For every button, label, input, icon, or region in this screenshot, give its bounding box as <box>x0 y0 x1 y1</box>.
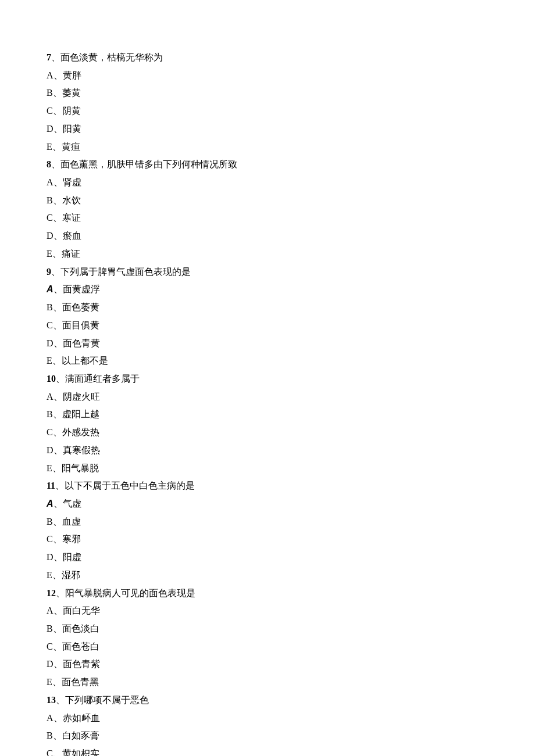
option-letter: B <box>47 302 53 312</box>
option-line: D、阳黄 <box>47 120 488 138</box>
question-number: 7 <box>47 52 51 62</box>
option-line: E、阳气暴脱 <box>47 460 488 478</box>
question-number: 9 <box>47 267 51 277</box>
option-letter: D <box>47 552 54 562</box>
option-letter: A <box>47 70 54 80</box>
option-letter: D <box>47 231 54 241</box>
option-line: C、寒证 <box>47 209 488 227</box>
option-letter: D <box>47 338 54 348</box>
option-letter: E <box>47 570 52 580</box>
option-line: E、黄疸 <box>47 138 488 156</box>
option-text: 、萎黄 <box>53 88 81 98</box>
option-line: C、面色苍白 <box>47 638 488 656</box>
question-stem: 9、下列属于脾胃气虚面色表现的是 <box>47 263 488 281</box>
option-text: 、阳虚 <box>54 552 81 562</box>
option-letter: A <box>47 284 54 294</box>
question-text: 、以下不属于五色中白色主病的是 <box>55 481 195 490</box>
option-text: 、肾虚 <box>54 177 81 187</box>
option-text: 、黄胖 <box>54 70 81 80</box>
option-text: 、痛证 <box>52 249 80 259</box>
option-letter: C <box>47 320 53 330</box>
option-line: A、肾虚 <box>47 174 488 192</box>
option-text: 、面色青黄 <box>54 338 100 348</box>
question-number: 8 <box>47 159 51 169</box>
option-letter: C <box>47 427 53 437</box>
option-line: B、血虚 <box>47 513 488 531</box>
option-letter: D <box>47 445 54 455</box>
option-text: 、面白无华 <box>54 605 100 615</box>
option-line: C、外感发热 <box>47 424 488 442</box>
option-text: 、以上都不是 <box>52 356 108 366</box>
option-line: B、水饮 <box>47 192 488 210</box>
option-text: 、湿邪 <box>52 570 80 580</box>
option-letter: A <box>47 177 54 187</box>
option-text: 、面色淡白 <box>53 624 99 633</box>
option-text: 、外感发热 <box>53 427 99 437</box>
question-number: 13 <box>47 695 56 705</box>
option-text: 、寒证 <box>53 213 81 223</box>
question-text: 、面色薰黑，肌肤甲错多由下列何种情况所致 <box>51 159 237 169</box>
option-letter: E <box>47 142 52 152</box>
option-line: E、面色青黑 <box>47 673 488 691</box>
option-line: A、黄胖 <box>47 67 488 85</box>
option-letter: A <box>47 713 54 723</box>
option-line: C、黄如枳实 <box>47 745 488 756</box>
option-letter: B <box>47 730 53 740</box>
option-letter: C <box>47 748 53 756</box>
option-text: 、阴黄 <box>53 106 81 116</box>
option-line: B、面色淡白 <box>47 620 488 638</box>
option-text: 、阳气暴脱 <box>52 463 99 473</box>
option-letter: A <box>47 605 54 615</box>
option-letter: C <box>47 642 53 651</box>
option-letter: C <box>47 534 53 544</box>
option-text: 、黄疸 <box>52 142 80 152</box>
option-line: E、痛证 <box>47 245 488 263</box>
option-text: 、瘀血 <box>54 231 81 241</box>
option-line: C、寒邪 <box>47 531 488 549</box>
option-letter: B <box>47 195 53 205</box>
option-line: D、真寒假热 <box>47 442 488 460</box>
question-text: 、满面通红者多属于 <box>56 374 140 384</box>
option-line: A、面白无华 <box>47 602 488 620</box>
option-letter: E <box>47 677 52 687</box>
option-text: 、白如豕膏 <box>53 730 99 740</box>
question-text: 、阳气暴脱病人可见的面色表现是 <box>56 588 195 598</box>
option-text: 、面色萎黄 <box>53 302 99 312</box>
question-stem: 7、面色淡黄，枯槁无华称为 <box>47 49 488 67</box>
option-text: 、虚阳上越 <box>53 409 99 419</box>
question-text: 、下列哪项不属于恶色 <box>56 695 149 705</box>
option-line: E、湿邪 <box>47 567 488 585</box>
option-text: 、面色青黑 <box>52 677 99 687</box>
question-text: 、面色淡黄，枯槁无华称为 <box>51 52 163 62</box>
option-text: 、寒邪 <box>53 534 81 544</box>
option-letter: A <box>47 392 54 402</box>
question-number: 10 <box>47 374 56 384</box>
option-text: 、赤如衃血 <box>54 713 100 723</box>
question-stem: 8、面色薰黑，肌肤甲错多由下列何种情况所致 <box>47 156 488 174</box>
option-line: B、萎黄 <box>47 84 488 102</box>
option-line: C、阴黄 <box>47 102 488 120</box>
option-text: 、气虚 <box>54 499 81 508</box>
option-line: A、气虚 <box>47 495 488 513</box>
option-letter: B <box>47 409 53 419</box>
option-letter: E <box>47 356 52 366</box>
option-text: 、面黄虚浮 <box>54 284 100 294</box>
option-line: A、阴虚火旺 <box>47 388 488 406</box>
option-text: 、面目俱黄 <box>53 320 99 330</box>
option-line: D、瘀血 <box>47 227 488 245</box>
option-letter: E <box>47 463 52 473</box>
option-line: E、以上都不是 <box>47 352 488 370</box>
option-text: 、水饮 <box>53 195 81 205</box>
option-letter: D <box>47 124 54 134</box>
option-line: D、阳虚 <box>47 549 488 567</box>
option-letter: E <box>47 249 52 259</box>
option-letter: B <box>47 517 53 526</box>
option-text: 、真寒假热 <box>54 445 100 455</box>
question-number: 11 <box>47 481 55 490</box>
option-line: D、面色青紫 <box>47 655 488 673</box>
option-letter: C <box>47 213 53 223</box>
option-line: B、白如豕膏 <box>47 727 488 745</box>
option-text: 、面色苍白 <box>53 642 99 651</box>
question-stem: 11、以下不属于五色中白色主病的是 <box>47 477 488 495</box>
option-line: B、面色萎黄 <box>47 299 488 317</box>
